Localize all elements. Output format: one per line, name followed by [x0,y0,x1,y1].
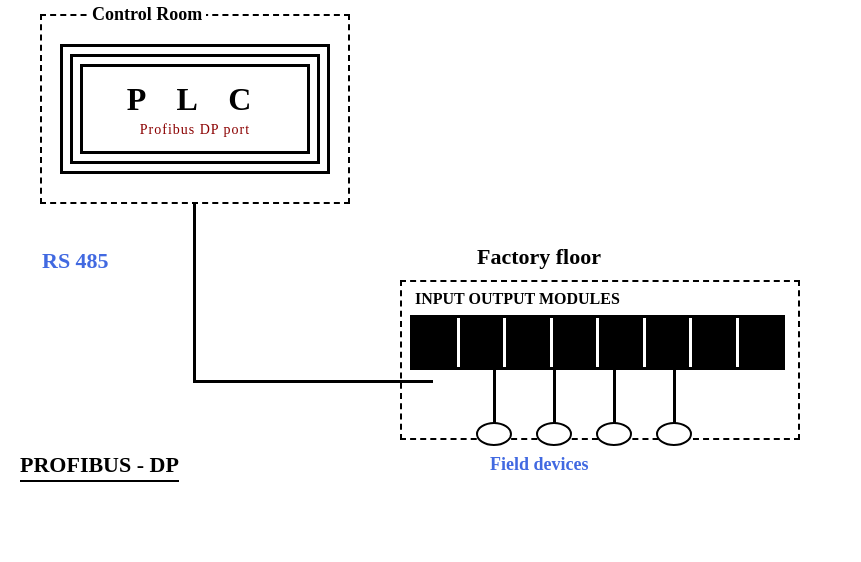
horizontal-connection-line [193,380,433,383]
field-line-2 [553,370,556,425]
control-room-label: Control Room [88,4,206,25]
io-segment-3 [506,318,553,367]
io-segment-8 [739,318,783,367]
plc-inner-border: P L C Profibus DP port [80,64,310,154]
io-segment-2 [460,318,507,367]
io-segment-7 [692,318,739,367]
plc-subtitle: Profibus DP port [140,122,250,138]
rs485-label: RS 485 [42,248,109,274]
io-segments-container [413,318,782,367]
field-device-3 [596,422,632,446]
field-device-2 [536,422,572,446]
profibus-label: PROFIBUS - DP [20,452,179,482]
plc-title: P L C [127,81,263,118]
field-device-4 [656,422,692,446]
factory-floor-label: Factory floor [473,244,605,270]
io-segment-4 [553,318,600,367]
io-segment-1 [413,318,460,367]
field-line-1 [493,370,496,425]
io-segment-6 [646,318,693,367]
field-line-3 [613,370,616,425]
field-devices-label: Field devices [490,454,588,475]
field-line-4 [673,370,676,425]
field-device-1 [476,422,512,446]
vertical-connection-line [193,203,196,383]
io-segment-5 [599,318,646,367]
io-modules-label: INPUT OUTPUT MODULES [415,290,620,308]
